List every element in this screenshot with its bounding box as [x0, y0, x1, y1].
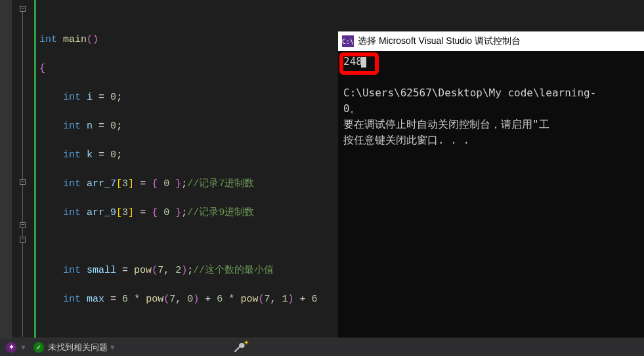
console-titlebar[interactable]: C:\ 选择 Microsoft Visual Studio 调试控制台 [338, 31, 644, 51]
check-icon[interactable]: ✓ [33, 342, 44, 353]
console-output-value: 248 [343, 55, 362, 68]
fold-icon[interactable] [20, 179, 26, 185]
console-title: 选择 Microsoft Visual Studio 调试控制台 [358, 35, 521, 47]
change-indicator [34, 0, 36, 338]
console-path: C:\Users\62567\Desktop\My code\learning- [343, 85, 639, 101]
console-msg: 要在调试停止时自动关闭控制台，请启用"工 [343, 117, 639, 132]
status-text: 未找到相关问题 [48, 342, 108, 353]
fold-icon[interactable] [20, 222, 26, 228]
console-output[interactable]: 248 C:\Users\62567\Desktop\My code\learn… [338, 51, 644, 151]
comment: //记录7进制数 [187, 178, 254, 189]
status-bar: ✦ ▾ ✓ 未找到相关问题 ▾ ✦ [0, 338, 644, 356]
console-window[interactable]: C:\ 选择 Microsoft Visual Studio 调试控制台 248… [338, 31, 644, 338]
vs-icon: C:\ [342, 35, 354, 47]
cursor-icon [361, 57, 366, 68]
extension-icon[interactable]: ✦ [5, 342, 17, 353]
fold-icon[interactable] [20, 6, 26, 12]
comment: //记录9进制数 [187, 207, 254, 218]
code-content[interactable]: int main() { int i = 0; int n = 0; int k… [34, 0, 338, 338]
console-msg: 按任意键关闭此窗口. . . [343, 132, 639, 148]
comment: //这个数的最小值 [193, 265, 274, 276]
code-editor[interactable]: int main() { int i = 0; int n = 0; int k… [0, 0, 338, 338]
console-exit: 0。 [343, 101, 639, 117]
wrench-icon[interactable]: ✦ [233, 342, 245, 353]
fold-icon[interactable] [20, 237, 26, 243]
editor-gutter [0, 0, 34, 338]
